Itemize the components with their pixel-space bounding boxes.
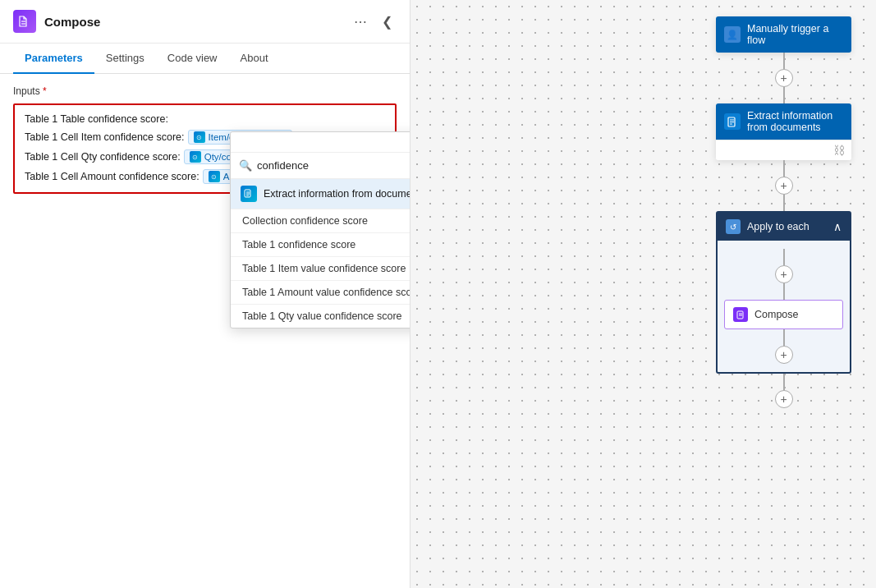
dropdown-subitem-4[interactable]: Table 1 Qty value confidence score bbox=[231, 304, 410, 328]
panel-content: Inputs * Table 1 Table confidence score:… bbox=[0, 74, 410, 588]
more-options-icon[interactable]: ⋯ bbox=[350, 12, 371, 31]
tab-about[interactable]: About bbox=[229, 44, 280, 74]
line-2 bbox=[783, 160, 785, 177]
dropdown-subitem-1[interactable]: Table 1 confidence score bbox=[231, 232, 410, 256]
plus-btn-final[interactable]: + bbox=[775, 390, 793, 408]
collapse-apply-each-icon[interactable]: ∧ bbox=[833, 220, 842, 233]
node-manual-trigger-header: 👤 Manually trigger a flow bbox=[716, 16, 851, 53]
input-row-1-text: Table 1 Table confidence score: bbox=[25, 113, 168, 125]
panel-title: Compose bbox=[44, 15, 342, 29]
connector-2: + bbox=[775, 160, 793, 211]
node-extract-info-label: Extract information from documents bbox=[747, 110, 843, 133]
svg-text:⊙: ⊙ bbox=[211, 173, 217, 181]
input-row-3-text: Table 1 Cell Qty confidence score: bbox=[25, 151, 181, 163]
node-manual-trigger[interactable]: 👤 Manually trigger a flow bbox=[716, 16, 851, 53]
compose-icon bbox=[13, 10, 36, 33]
plus-btn-1[interactable]: + bbox=[775, 69, 793, 87]
line-1b bbox=[783, 87, 785, 103]
line-bottom bbox=[783, 329, 785, 346]
chip-amount-icon: ⊙ bbox=[209, 171, 220, 182]
node-extract-info[interactable]: Extract information from documents ⛓ bbox=[716, 103, 851, 160]
line-final bbox=[783, 374, 785, 390]
flow-diagram: 👤 Manually trigger a flow + bbox=[716, 16, 851, 408]
line-2b bbox=[783, 195, 785, 211]
node-compose[interactable]: Compose bbox=[724, 300, 843, 329]
flow-canvas: 👤 Manually trigger a flow + bbox=[410, 0, 876, 588]
chain-link-icon: ⛓ bbox=[833, 144, 845, 157]
popup-search-bar: 🔍 ✕ bbox=[231, 153, 410, 179]
compose-node-label: Compose bbox=[754, 309, 799, 320]
compose-icon-flow bbox=[733, 307, 748, 322]
input-row-1: Table 1 Table confidence score: bbox=[25, 113, 385, 125]
dropdown-subitem-3[interactable]: Table 1 Amount value confidence score bbox=[231, 280, 410, 304]
extract-node-body: ⛓ bbox=[716, 140, 851, 160]
panel-header: Compose ⋯ ❮ bbox=[0, 0, 410, 44]
loop-icon: ↺ bbox=[726, 219, 741, 234]
doc-icon bbox=[724, 113, 741, 130]
connector-bottom: + bbox=[775, 329, 793, 364]
tab-code-view[interactable]: Code view bbox=[156, 44, 229, 74]
svg-text:⊙: ⊙ bbox=[192, 154, 198, 161]
compose-node-inner: Compose bbox=[725, 301, 842, 328]
plus-btn-inner[interactable]: + bbox=[775, 265, 793, 283]
dropdown-subitem-2[interactable]: Table 1 Item value confidence score bbox=[231, 256, 410, 280]
chip-item-icon: ⊙ bbox=[194, 131, 205, 143]
header-actions: ⋯ ❮ bbox=[350, 12, 397, 31]
node-manual-trigger-label: Manually trigger a flow bbox=[747, 23, 843, 46]
input-row-2-text: Table 1 Cell Item confidence score: bbox=[25, 131, 185, 143]
chip-qty-icon: ⊙ bbox=[190, 151, 201, 163]
node-extract-info-header: Extract information from documents bbox=[716, 103, 851, 140]
collapse-panel-icon[interactable]: ❮ bbox=[378, 12, 397, 31]
line-inner-b bbox=[783, 283, 785, 300]
search-icon: 🔍 bbox=[239, 159, 252, 172]
plus-btn-2[interactable]: + bbox=[775, 177, 793, 195]
node-apply-each[interactable]: ↺ Apply to each ∧ + bbox=[716, 211, 851, 374]
apply-each-label: Apply to each bbox=[747, 221, 809, 232]
connector-final: + bbox=[775, 374, 793, 408]
dropdown-selected-item[interactable]: Extract information from documents bbox=[231, 179, 410, 209]
connector-1: + bbox=[775, 53, 793, 103]
connector-inner: + bbox=[775, 249, 793, 300]
tab-settings[interactable]: Settings bbox=[94, 44, 156, 74]
dropdown-item-icon bbox=[241, 186, 257, 202]
person-icon: 👤 bbox=[724, 26, 741, 43]
dropdown-popup: ℹ ⤢ ✕ 🔍 ✕ Extrac bbox=[230, 131, 410, 328]
tab-bar: Parameters Settings Code view About bbox=[0, 44, 410, 74]
input-row-4-text: Table 1 Cell Amount confidence score: bbox=[25, 171, 200, 182]
extract-footer: ⛓ bbox=[716, 140, 851, 160]
apply-each-body: + Compose bbox=[718, 241, 850, 372]
line-inner bbox=[783, 249, 785, 265]
popup-toolbar: ℹ ⤢ ✕ bbox=[231, 132, 410, 153]
inputs-label: Inputs * bbox=[13, 85, 397, 97]
svg-text:⊙: ⊙ bbox=[196, 134, 202, 141]
dropdown-selected-label: Extract information from documents bbox=[264, 188, 410, 200]
tab-parameters[interactable]: Parameters bbox=[13, 44, 94, 74]
search-input[interactable] bbox=[257, 159, 410, 172]
dropdown-subitem-0[interactable]: Collection confidence score bbox=[231, 209, 410, 232]
apply-each-header: ↺ Apply to each ∧ bbox=[718, 213, 850, 241]
left-panel: Compose ⋯ ❮ Parameters Settings Code vie… bbox=[0, 0, 410, 588]
plus-btn-bottom[interactable]: + bbox=[775, 346, 793, 364]
line-1 bbox=[783, 53, 785, 69]
